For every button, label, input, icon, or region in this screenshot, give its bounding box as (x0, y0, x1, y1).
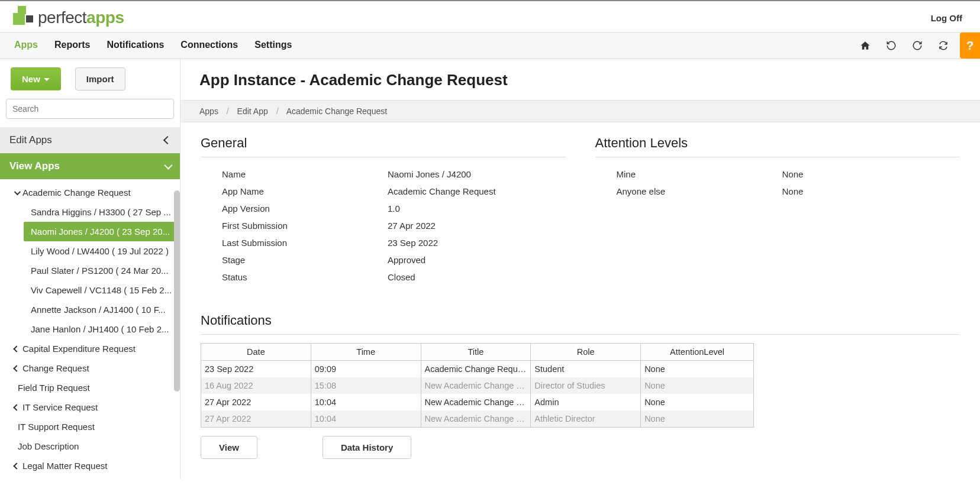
col-role[interactable]: Role (531, 344, 641, 361)
kv-row: StageApproved (201, 251, 566, 269)
top-bar: perfectapps Log Off (0, 0, 980, 32)
kv-row: MineNone (595, 166, 960, 183)
kv-row: App Version1.0 (201, 200, 566, 217)
col-attention[interactable]: AttentionLevel (641, 344, 754, 361)
refresh-ccw-icon[interactable] (878, 33, 904, 59)
help-icon[interactable]: ? (960, 33, 980, 59)
data-history-button[interactable]: Data History (323, 436, 411, 459)
breadcrumb-link[interactable]: Apps (199, 106, 218, 116)
col-time[interactable]: Time (311, 344, 421, 361)
section-heading: General (201, 135, 566, 157)
table-row[interactable]: 27 Apr 202210:04New Academic Change Requ… (201, 394, 754, 410)
section-heading: Attention Levels (595, 135, 960, 157)
tree-instance[interactable]: Paul Slater / PS1200 ( 24 Mar 20... (0, 261, 180, 280)
notifications-table: Date Time Title Role AttentionLevel 23 S… (201, 343, 754, 428)
nav-tab-settings[interactable]: Settings (246, 33, 300, 59)
kv-row: Anyone elseNone (595, 183, 960, 200)
chevron-left-icon (13, 404, 20, 410)
tree-app[interactable]: Capital Expenditure Request (0, 339, 180, 358)
view-apps-header[interactable]: View Apps (0, 153, 180, 179)
breadcrumb-current: Academic Change Request (286, 106, 387, 116)
kv-row: NameNaomi Jones / J4200 (201, 166, 566, 183)
home-icon[interactable] (852, 33, 878, 59)
chevron-left-icon (13, 345, 20, 352)
general-section: General NameNaomi Jones / J4200 App Name… (201, 135, 566, 286)
chevron-left-icon (13, 463, 20, 469)
table-cell: New Academic Change Request (421, 410, 531, 428)
brand-logo: perfectapps (12, 6, 124, 30)
nav-tabs: Apps Reports Notifications Connections S… (6, 33, 300, 59)
new-button[interactable]: New (11, 67, 61, 90)
edit-apps-header[interactable]: Edit Apps (0, 127, 180, 153)
sidebar: New Import Edit Apps View Apps Academic … (0, 59, 180, 479)
tree-instance[interactable]: Annette Jackson / AJ1400 ( 10 F... (0, 300, 180, 319)
breadcrumb-sep: / (221, 106, 235, 116)
table-cell: New Academic Change Request (421, 394, 531, 410)
tree-instance[interactable]: Lily Wood / LW4400 ( 19 Jul 2022 ) (0, 241, 180, 261)
logo-mark (12, 6, 36, 30)
scrollbar-thumb[interactable] (174, 190, 180, 392)
breadcrumb-link[interactable]: Edit App (237, 106, 268, 116)
kv-row: Last Submission23 Sep 2022 (201, 234, 566, 251)
notifications-section: Notifications Date Time Title Role Atten… (201, 313, 960, 459)
nav-icon-group: ? (852, 33, 980, 59)
table-cell: 16 Aug 2022 (201, 377, 311, 394)
nav-tab-reports[interactable]: Reports (46, 33, 98, 59)
col-title[interactable]: Title (421, 344, 531, 361)
nav-tab-connections[interactable]: Connections (172, 33, 246, 59)
tree-app[interactable]: Change Request (0, 358, 180, 378)
app-tree: Academic Change Request Sandra Higgins /… (0, 179, 180, 479)
kv-row: First Submission27 Apr 2022 (201, 217, 566, 234)
table-cell: New Academic Change Request (421, 377, 531, 394)
table-row[interactable]: 23 Sep 202209:09Academic Change Request … (201, 361, 754, 378)
nav-tab-notifications[interactable]: Notifications (98, 33, 172, 59)
chevron-down-icon (164, 161, 172, 170)
page-title: App Instance - Academic Change Request (180, 59, 980, 100)
kv-row: StatusClosed (201, 269, 566, 286)
chevron-down-icon (14, 188, 21, 195)
tree-instance-selected[interactable]: Naomi Jones / J4200 ( 23 Sep 20... (24, 222, 176, 241)
section-heading: Notifications (201, 313, 960, 335)
tree-app[interactable]: IT Support Request (0, 417, 180, 436)
tree-app[interactable]: IT Service Request (0, 397, 180, 417)
table-row[interactable]: 16 Aug 202215:08New Academic Change Requ… (201, 377, 754, 394)
table-cell: None (641, 377, 754, 394)
view-button[interactable]: View (201, 436, 257, 459)
sync-icon[interactable] (930, 33, 956, 59)
main-nav: Apps Reports Notifications Connections S… (0, 32, 980, 59)
table-cell: Admin (531, 394, 641, 410)
kv-row: App NameAcademic Change Request (201, 183, 566, 200)
table-cell: Athletic Director (531, 410, 641, 428)
table-row[interactable]: 27 Apr 202210:04New Academic Change Requ… (201, 410, 754, 428)
table-cell: None (641, 394, 754, 410)
brand-text: perfectapps (38, 8, 124, 27)
table-cell: Student (531, 361, 641, 378)
main-panel: App Instance - Academic Change Request A… (180, 59, 980, 479)
table-cell: 10:04 (311, 394, 421, 410)
table-cell: Academic Change Request Approved (421, 361, 531, 378)
tree-instance[interactable]: Viv Capewell / VC1148 ( 15 Feb 2... (0, 280, 180, 300)
tree-app-academic[interactable]: Academic Change Request (0, 183, 180, 202)
import-button[interactable]: Import (75, 67, 125, 90)
table-cell: None (641, 410, 754, 428)
table-cell: 27 Apr 2022 (201, 394, 311, 410)
table-cell: Director of Studies (531, 377, 641, 394)
table-cell: 23 Sep 2022 (201, 361, 311, 378)
chevron-left-icon (13, 365, 20, 371)
table-cell: 27 Apr 2022 (201, 410, 311, 428)
table-cell: 10:04 (311, 410, 421, 428)
search-input[interactable] (6, 99, 174, 119)
table-header-row: Date Time Title Role AttentionLevel (201, 344, 754, 361)
breadcrumb-sep: / (270, 106, 285, 116)
refresh-cw-icon[interactable] (904, 33, 930, 59)
table-cell: None (641, 361, 754, 378)
tree-app[interactable]: Field Trip Request (0, 378, 180, 397)
logoff-link[interactable]: Log Off (931, 13, 968, 23)
tree-app[interactable]: Job Description (0, 436, 180, 456)
tree-instance[interactable]: Sandra Higgins / H3300 ( 27 Sep ... (0, 202, 180, 222)
nav-tab-apps[interactable]: Apps (6, 33, 46, 59)
tree-instance[interactable]: Jane Hanlon / JH1400 ( 10 Feb 2... (0, 319, 180, 339)
col-date[interactable]: Date (201, 344, 311, 361)
breadcrumb: Apps / Edit App / Academic Change Reques… (180, 100, 980, 122)
tree-app[interactable]: Legal Matter Request (0, 456, 180, 476)
